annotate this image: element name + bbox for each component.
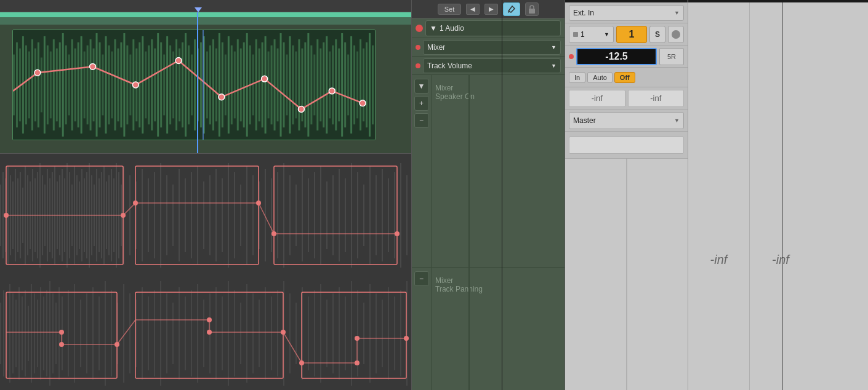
volume-red-dot	[569, 54, 574, 59]
master-select[interactable]: Master ▼	[569, 112, 684, 129]
waveform-clip[interactable]	[12, 30, 376, 140]
svg-rect-90	[286, 55, 287, 116]
svg-rect-36	[120, 42, 122, 127]
svg-rect-192	[197, 166, 198, 265]
lock-button[interactable]	[525, 2, 539, 16]
svg-rect-31	[105, 36, 106, 133]
channel-strip: Ext. In ▼ 1 ▼ 1 S	[565, 0, 688, 390]
svg-rect-103	[326, 36, 328, 133]
svg-rect-277	[185, 296, 186, 370]
svg-rect-102	[323, 42, 324, 127]
channel-number-value: 1	[629, 29, 635, 40]
svg-point-126	[329, 88, 335, 94]
channel-num-arrow: ▼	[604, 31, 609, 38]
solo-button[interactable]: S	[649, 26, 665, 43]
pencil-button[interactable]	[503, 2, 520, 16]
svg-rect-71	[228, 36, 230, 133]
svg-rect-193	[203, 181, 204, 249]
svg-rect-5	[25, 46, 27, 125]
svg-rect-130	[0, 185, 1, 246]
svg-rect-273	[160, 281, 161, 386]
svg-rect-27	[93, 49, 95, 122]
plugin-slot[interactable]	[569, 137, 684, 154]
mixer-speaker-label: Mixer Speaker On	[435, 84, 561, 101]
fader-line-2	[468, 268, 470, 390]
svg-rect-288	[252, 293, 254, 373]
svg-rect-225	[400, 163, 401, 268]
fader-track	[626, 159, 627, 390]
track3-waveform-svg	[0, 277, 411, 390]
svg-rect-111	[350, 36, 352, 133]
svg-rect-104	[329, 52, 331, 119]
svg-rect-201	[252, 175, 254, 255]
track2-waveform-svg	[0, 154, 411, 277]
automation-add-btn[interactable]: +	[414, 96, 429, 111]
svg-point-231	[121, 213, 126, 218]
svg-rect-185	[154, 172, 155, 258]
nav-forward-button[interactable]: ▶	[484, 4, 498, 15]
meter-right-display: -inf	[628, 90, 685, 107]
automation-minus-btn[interactable]: −	[414, 113, 429, 128]
svg-rect-240	[9, 284, 10, 383]
svg-rect-251	[43, 296, 44, 370]
mixer-panning-label: Mixer Track Panning	[435, 276, 561, 293]
nav-back-button[interactable]: ◀	[466, 4, 480, 15]
volume-display[interactable]: -12.5	[576, 48, 657, 65]
svg-rect-73	[234, 52, 236, 119]
svg-point-234	[271, 231, 276, 236]
svg-rect-188	[172, 185, 174, 246]
mixer-button[interactable]: Mixer ▼	[423, 40, 561, 55]
automation-minus-btn-2[interactable]: −	[414, 271, 429, 286]
svg-rect-224	[394, 172, 395, 258]
svg-rect-17	[62, 33, 64, 137]
svg-rect-19	[68, 55, 70, 116]
svg-rect-113	[356, 52, 358, 119]
svg-rect-262	[92, 287, 94, 380]
set-button[interactable]: Set	[438, 4, 462, 15]
svg-rect-32	[108, 46, 110, 125]
svg-rect-237	[0, 303, 1, 364]
svg-rect-194	[209, 175, 211, 255]
svg-rect-287	[246, 284, 247, 383]
svg-rect-210	[308, 178, 309, 252]
svg-rect-84	[268, 52, 270, 119]
svg-point-127	[360, 100, 366, 106]
svg-rect-101	[319, 49, 321, 122]
pan-display[interactable]: 5R	[659, 48, 684, 65]
in-button[interactable]: In	[569, 72, 585, 83]
svg-rect-93	[295, 52, 297, 119]
channel-number-display[interactable]: 1	[616, 26, 647, 43]
auto-mode-button[interactable]: Auto	[587, 72, 613, 83]
meter-col-right: -inf	[750, 2, 811, 390]
playhead	[197, 12, 198, 153]
svg-rect-221	[376, 175, 377, 255]
ext-in-select[interactable]: Ext. In ▼	[569, 5, 684, 21]
meter-fader-area	[811, 2, 868, 390]
svg-rect-44	[145, 52, 147, 119]
svg-rect-249	[37, 300, 38, 367]
off-button[interactable]: Off	[614, 72, 635, 83]
svg-rect-112	[353, 46, 355, 125]
svg-rect-100	[316, 39, 318, 130]
svg-rect-190	[185, 178, 186, 252]
track-name-button[interactable]: ▼ 1 Audio	[425, 20, 561, 36]
track-volume-button[interactable]: Track Volume ▼	[423, 58, 561, 73]
mixer-dropdown-arrow: ▼	[551, 44, 557, 50]
svg-rect-220	[369, 166, 371, 265]
ext-in-label: Ext. In	[573, 9, 594, 17]
fader-area[interactable]	[565, 159, 688, 390]
svg-rect-108	[341, 33, 343, 137]
svg-rect-74	[237, 39, 239, 130]
record-button[interactable]	[668, 26, 684, 43]
svg-rect-70	[225, 55, 227, 116]
svg-rect-107	[338, 49, 340, 122]
svg-point-326	[404, 336, 409, 341]
volume-dropdown-arrow: ▼	[551, 63, 557, 69]
timeline-ruler	[0, 0, 411, 12]
auto-row: In Auto Off	[565, 68, 688, 87]
automation-down-btn[interactable]: ▼	[414, 79, 429, 94]
svg-rect-187	[166, 175, 167, 255]
channel-num-select[interactable]: 1 ▼	[569, 26, 614, 43]
svg-rect-110	[347, 55, 349, 116]
ext-in-arrow: ▼	[674, 10, 680, 16]
